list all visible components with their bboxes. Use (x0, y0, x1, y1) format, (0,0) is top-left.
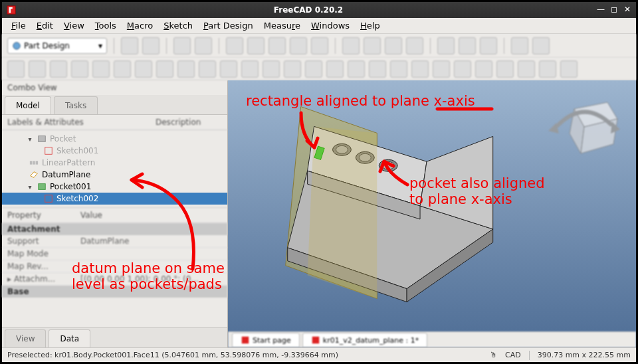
toolbar-button[interactable] (114, 60, 131, 78)
toolbar-button[interactable] (247, 37, 265, 54)
toolbar-button[interactable] (177, 60, 195, 78)
toolbar-button[interactable] (268, 37, 286, 54)
toolbar-button[interactable] (195, 37, 212, 54)
prop-row-maprev[interactable]: Map Rev... (2, 260, 227, 273)
toolbar-button[interactable] (475, 60, 492, 78)
menu-windows[interactable]: Windows (307, 19, 354, 32)
combo-view-tabs: Model Tasks (2, 95, 227, 115)
status-dimensions: 390.73 mm x 222.55 mm (538, 351, 631, 359)
menu-partdesign[interactable]: Part Design (199, 19, 257, 32)
doctab-startpage[interactable]: Start page (232, 333, 300, 347)
toolbar-button[interactable] (305, 60, 322, 78)
prop-row-attachment[interactable]: ▸Attachm... [(0.00 0.00 1.00); 0.00 °; (… (2, 273, 227, 286)
status-navstyle[interactable]: CAD (505, 351, 521, 359)
menu-file[interactable]: File (7, 19, 30, 32)
toolbar-button[interactable] (241, 60, 259, 78)
status-bar: Preselected: kr01.Body.Pocket001.Face11 … (2, 347, 636, 362)
toolbar-button[interactable] (135, 60, 152, 78)
toolbar-button[interactable] (342, 37, 360, 54)
toolbar-button[interactable] (390, 60, 407, 78)
toolbar-button[interactable] (511, 37, 528, 54)
toolbar-button[interactable] (326, 60, 344, 78)
toolbar-button[interactable] (290, 37, 307, 54)
menu-edit[interactable]: Edit (33, 19, 57, 32)
toolbar-button[interactable] (411, 60, 429, 78)
toolbar-button[interactable] (539, 60, 556, 78)
titlebar: FreeCAD 0.20.2 — ◻ ✕ (2, 2, 636, 18)
menu-macro[interactable]: Macro (123, 19, 157, 32)
tab-model[interactable]: Model (5, 96, 51, 114)
toolbar-button[interactable] (263, 60, 280, 78)
tree-item-sketch001[interactable]: Sketch001 (2, 145, 227, 157)
menu-sketch[interactable]: Sketch (160, 19, 197, 32)
tree-item-pocket001[interactable]: ▾ Pocket001 (2, 181, 227, 193)
toolbar-button[interactable] (121, 37, 138, 54)
pocket-icon (37, 182, 47, 191)
tree-item-pocket[interactable]: ▾ Pocket (2, 133, 227, 145)
tab-data[interactable]: Data (49, 329, 90, 347)
tree-item-linearpattern[interactable]: LinearPattern (2, 157, 227, 169)
toolbar-button[interactable] (369, 60, 386, 78)
toolbar-button[interactable] (173, 37, 191, 54)
tree-item-datumplane[interactable]: DatumPlane (2, 169, 227, 181)
property-header: Property Value (2, 207, 227, 223)
toolbar-button[interactable] (385, 37, 402, 54)
toolbar-button[interactable] (480, 37, 497, 54)
tab-tasks[interactable]: Tasks (54, 96, 98, 114)
prop-row-mapmode[interactable]: Map Mode (2, 248, 227, 260)
toolbar-button[interactable] (142, 37, 160, 54)
menu-tools[interactable]: Tools (91, 19, 120, 32)
toolbar-main: Part Design ▾ (2, 34, 636, 58)
toolbar-button[interactable] (459, 37, 476, 54)
prop-header-value: Value (80, 211, 102, 220)
minimize-button[interactable]: — (596, 5, 605, 15)
toolbar-button[interactable] (92, 60, 110, 78)
prop-header-property: Property (7, 211, 80, 220)
combo-view-bottom-tabs: View Data (2, 327, 227, 347)
toolbar-button[interactable] (348, 60, 365, 78)
3d-viewport[interactable]: Start page kr01_v2_datum_plane : 1* (228, 80, 636, 347)
combo-view-title: Combo View (2, 80, 227, 95)
tree-header-desc: Description (156, 118, 222, 127)
toolbar-button[interactable] (496, 60, 514, 78)
menu-help[interactable]: Help (356, 19, 384, 32)
tab-view[interactable]: View (5, 329, 46, 347)
toolbar-button[interactable] (226, 37, 243, 54)
toolbar-button[interactable] (433, 60, 450, 78)
toolbar-button[interactable] (29, 60, 46, 78)
svg-rect-4 (30, 161, 33, 164)
prop-row-support[interactable]: Support DatumPlane (2, 235, 227, 248)
doctab-model[interactable]: kr01_v2_datum_plane : 1* (302, 333, 427, 347)
toolbar-button[interactable] (532, 37, 550, 54)
window-controls: — ◻ ✕ (596, 5, 632, 15)
toolbar-button[interactable] (437, 37, 455, 54)
toolbar-button[interactable] (156, 60, 173, 78)
toolbar-button[interactable] (311, 37, 328, 54)
toolbar-button[interactable] (364, 37, 381, 54)
toolbar-button[interactable] (284, 60, 301, 78)
app-window: FreeCAD 0.20.2 — ◻ ✕ File Edit View Tool… (1, 1, 637, 363)
toolbar-button[interactable] (406, 37, 423, 54)
tree-header: Labels & Attributes Description (2, 115, 227, 130)
toolbar-button[interactable] (199, 60, 216, 78)
close-button[interactable]: ✕ (623, 5, 632, 15)
svg-point-14 (382, 161, 394, 169)
toolbar-button[interactable] (71, 60, 88, 78)
toolbar-button[interactable] (454, 60, 471, 78)
toolbar-button[interactable] (50, 60, 67, 78)
navigation-cube[interactable] (544, 92, 624, 165)
toolbar-button[interactable] (7, 60, 25, 78)
maximize-button[interactable]: ◻ (609, 5, 619, 15)
toolbar-button[interactable] (560, 60, 578, 78)
workbench-selector[interactable]: Part Design ▾ (7, 38, 107, 54)
menu-measure[interactable]: Measure (260, 19, 304, 32)
svg-rect-7 (39, 184, 46, 190)
toolbar-button[interactable] (220, 60, 237, 78)
tree-item-sketch002[interactable]: Sketch002 (2, 193, 227, 205)
status-preselect: Preselected: kr01.Body.Pocket001.Face11 … (7, 351, 490, 359)
model-tree[interactable]: ▾ Pocket Sketch001 LinearPattern DatumPl… (2, 130, 227, 207)
status-navstyle-icon[interactable]: 🖱 (490, 351, 497, 359)
svg-rect-2 (39, 136, 46, 142)
toolbar-button[interactable] (518, 60, 535, 78)
menu-view[interactable]: View (60, 19, 88, 32)
